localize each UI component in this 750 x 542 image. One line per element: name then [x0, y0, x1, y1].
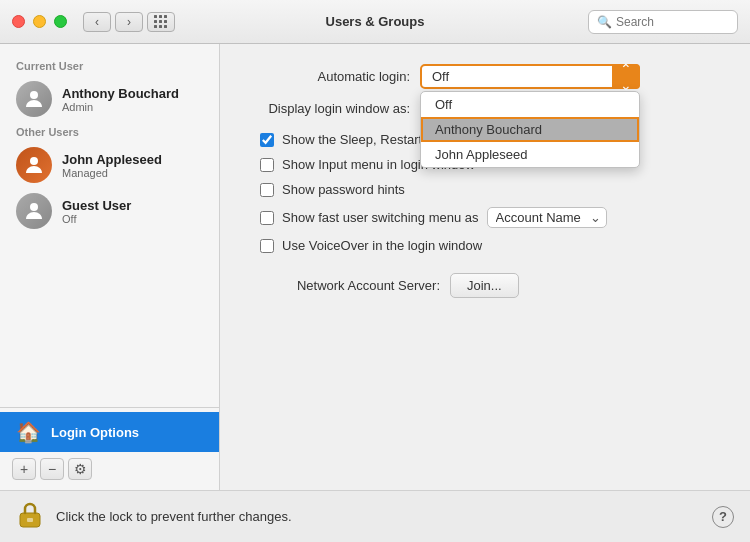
- checkbox-row-fast: Show fast user switching menu as Account…: [250, 207, 720, 228]
- settings-panel: Automatic login: Off ⌃⌄ Off Anthony Bouc…: [220, 44, 750, 490]
- join-button[interactable]: Join...: [450, 273, 519, 298]
- search-input[interactable]: [616, 15, 729, 29]
- checkbox-row-voiceover: Use VoiceOver in the login window: [250, 238, 720, 253]
- guest-user-info: Guest User Off: [62, 198, 131, 225]
- search-icon: 🔍: [597, 15, 612, 29]
- checkbox-fast-label: Show fast user switching menu as: [282, 210, 479, 225]
- checkbox-input[interactable]: [260, 158, 274, 172]
- current-user-label: Current User: [0, 56, 219, 76]
- bottom-bar: Click the lock to prevent further change…: [0, 490, 750, 542]
- svg-point-1: [30, 157, 38, 165]
- sidebar-item-guest[interactable]: Guest User Off: [0, 188, 219, 234]
- login-options-button[interactable]: 🏠 Login Options: [0, 412, 219, 452]
- close-button[interactable]: [12, 15, 25, 28]
- other-users-label: Other Users: [0, 122, 219, 142]
- maximize-button[interactable]: [54, 15, 67, 28]
- gear-button[interactable]: ⚙: [68, 458, 92, 480]
- svg-point-0: [30, 91, 38, 99]
- lock-svg: [16, 499, 44, 531]
- automatic-login-row: Automatic login: Off ⌃⌄ Off Anthony Bouc…: [250, 64, 720, 89]
- back-button[interactable]: ‹: [83, 12, 111, 32]
- checkbox-sleep[interactable]: [260, 133, 274, 147]
- popup-item-off[interactable]: Off: [421, 92, 639, 117]
- sidebar-bottom: 🏠 Login Options + − ⚙: [0, 407, 219, 490]
- sidebar: Current User Anthony Bouchard Admin Othe…: [0, 44, 220, 490]
- john-user-role: Managed: [62, 167, 162, 179]
- current-user-info: Anthony Bouchard Admin: [62, 86, 179, 113]
- forward-button[interactable]: ›: [115, 12, 143, 32]
- network-server-label: Network Account Server:: [250, 278, 440, 293]
- titlebar: ‹ › Users & Groups 🔍: [0, 0, 750, 44]
- avatar-current-user: [16, 81, 52, 117]
- checkbox-hints[interactable]: [260, 183, 274, 197]
- display-login-label: Display login window as:: [250, 101, 410, 116]
- minimize-button[interactable]: [33, 15, 46, 28]
- checkbox-voiceover[interactable]: [260, 239, 274, 253]
- avatar-guest: [16, 193, 52, 229]
- popup-item-anthony[interactable]: Anthony Bouchard: [421, 117, 639, 142]
- guest-user-name: Guest User: [62, 198, 131, 213]
- guest-user-role: Off: [62, 213, 131, 225]
- network-account-row: Network Account Server: Join...: [250, 273, 720, 298]
- lock-icon[interactable]: [16, 499, 44, 535]
- svg-point-2: [30, 203, 38, 211]
- svg-rect-4: [27, 518, 33, 522]
- search-bar[interactable]: 🔍: [588, 10, 738, 34]
- nav-buttons: ‹ ›: [83, 12, 143, 32]
- window-title: Users & Groups: [326, 14, 425, 29]
- help-button[interactable]: ?: [712, 506, 734, 528]
- automatic-login-label: Automatic login:: [250, 69, 410, 84]
- current-user-name: Anthony Bouchard: [62, 86, 179, 101]
- sidebar-actions: + − ⚙: [0, 452, 219, 486]
- john-user-info: John Appleseed Managed: [62, 152, 162, 179]
- remove-user-button[interactable]: −: [40, 458, 64, 480]
- grid-button[interactable]: [147, 12, 175, 32]
- sidebar-item-john[interactable]: John Appleseed Managed: [0, 142, 219, 188]
- sidebar-inner: Current User Anthony Bouchard Admin Othe…: [0, 44, 219, 407]
- avatar-john: [16, 147, 52, 183]
- john-user-name: John Appleseed: [62, 152, 162, 167]
- add-user-button[interactable]: +: [12, 458, 36, 480]
- automatic-login-select[interactable]: Off: [420, 64, 640, 89]
- checkbox-hints-label: Show password hints: [282, 182, 405, 197]
- account-name-select[interactable]: Account Name Full Name Icon: [487, 207, 607, 228]
- popup-item-john[interactable]: John Appleseed: [421, 142, 639, 167]
- traffic-lights: [12, 15, 67, 28]
- login-dropdown-popup: Off Anthony Bouchard John Appleseed: [420, 91, 640, 168]
- grid-icon: [154, 15, 168, 29]
- checkbox-row-hints: Show password hints: [250, 182, 720, 197]
- sidebar-item-current-user[interactable]: Anthony Bouchard Admin: [0, 76, 219, 122]
- automatic-login-dropdown[interactable]: Off ⌃⌄ Off Anthony Bouchard John Applese…: [420, 64, 640, 89]
- house-icon: 🏠: [16, 420, 41, 444]
- checkbox-fast[interactable]: [260, 211, 274, 225]
- current-user-role: Admin: [62, 101, 179, 113]
- main-content: Current User Anthony Bouchard Admin Othe…: [0, 44, 750, 490]
- login-options-label: Login Options: [51, 425, 139, 440]
- checkbox-voiceover-label: Use VoiceOver in the login window: [282, 238, 482, 253]
- account-name-wrap[interactable]: Account Name Full Name Icon: [479, 207, 607, 228]
- lock-text: Click the lock to prevent further change…: [56, 509, 712, 524]
